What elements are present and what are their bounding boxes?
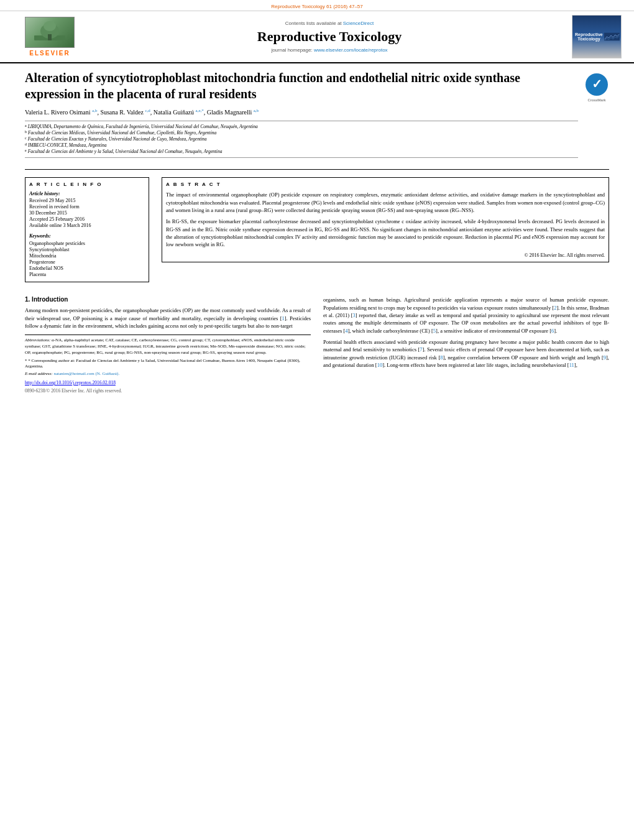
keyword-4: Progesterone bbox=[29, 259, 145, 265]
main-body: 1. Introduction Among modern non-persist… bbox=[25, 296, 609, 394]
abstract-copyright: © 2016 Elsevier Inc. All rights reserved… bbox=[166, 252, 605, 258]
footnotes-section: Abbreviations: α-NA, alpha-naphthyl acet… bbox=[25, 335, 311, 394]
affiliation-5: eFacultad de Ciencias del Ambiente y la … bbox=[25, 149, 578, 154]
abstract-column: A B S T R A C T The impact of environmen… bbox=[162, 177, 609, 288]
history-accepted: Accepted 25 February 2016 bbox=[29, 216, 145, 222]
doi-link[interactable]: http://dx.doi.org/10.1016/j.reprotox.201… bbox=[25, 380, 116, 385]
elsevier-logo: ELSEVIER bbox=[12, 17, 87, 57]
journal-header: ELSEVIER Contents lists available at Sci… bbox=[0, 11, 634, 63]
introduction-title: 1. Introduction bbox=[25, 296, 311, 303]
abstract-box: A B S T R A C T The impact of environmen… bbox=[162, 177, 609, 262]
svg-rect-3 bbox=[48, 34, 52, 40]
abbreviations-footnote: Abbreviations: α-NA, alpha-naphthyl acet… bbox=[25, 338, 311, 356]
keyword-2: Syncytiotrophoblast bbox=[29, 247, 145, 252]
author-4: Gladis Magnarelli a,b bbox=[207, 109, 259, 116]
journal-title: Reproductive Toxicology bbox=[87, 29, 572, 45]
keyword-6: Placenta bbox=[29, 272, 145, 277]
journal-cover-image: ReproductiveToxicology bbox=[572, 15, 622, 58]
article-title-section: Alteration of syncytiotrophoblast mitoch… bbox=[25, 70, 609, 170]
article-info-box: A R T I C L E I N F O Article history: R… bbox=[25, 177, 149, 282]
sciencedirect-link[interactable]: ScienceDirect bbox=[343, 21, 374, 26]
corresponding-footnote: * * Corresponding author at: Facultad de… bbox=[25, 358, 311, 371]
doi-line: http://dx.doi.org/10.1016/j.reprotox.201… bbox=[25, 380, 311, 387]
email-footnote: E-mail address: natanien@hotmail.com (N.… bbox=[25, 371, 311, 377]
info-abstract-section: A R T I C L E I N F O Article history: R… bbox=[25, 177, 609, 288]
intro-paragraph-right-2: Potential health effects associated with… bbox=[323, 338, 609, 369]
keyword-3: Mitochondria bbox=[29, 253, 145, 259]
article-title: Alteration of syncytiotrophoblast mitoch… bbox=[25, 70, 578, 102]
affiliation-4: dIMBECU-CONICET, Mendoza, Argentina bbox=[25, 142, 578, 148]
article-info-header: A R T I C L E I N F O bbox=[29, 182, 145, 187]
author-3: Natalia Guiñazú a,e,* bbox=[154, 109, 204, 116]
history-online: Available online 3 March 2016 bbox=[29, 223, 145, 228]
keywords-title: Keywords: bbox=[29, 233, 145, 239]
abstract-header: A B S T R A C T bbox=[166, 182, 605, 187]
contents-available-line: Contents lists available at ScienceDirec… bbox=[87, 21, 572, 26]
history-revised-date: 30 December 2015 bbox=[29, 210, 145, 216]
author-2: Susana R. Valdez c,d bbox=[100, 109, 150, 116]
elsevier-text-label: ELSEVIER bbox=[29, 50, 70, 57]
article-history: Article history: Received 29 May 2015 Re… bbox=[29, 191, 145, 228]
corresponding-label: * Corresponding author at: bbox=[28, 358, 75, 363]
history-title: Article history: bbox=[29, 191, 145, 196]
keyword-1: Organophosphate pesticides bbox=[29, 241, 145, 246]
article-info-column: A R T I C L E I N F O Article history: R… bbox=[25, 177, 149, 288]
elsevier-logo-image bbox=[25, 17, 75, 48]
email-label: E-mail address: bbox=[25, 371, 53, 376]
affiliation-2: bFacultad de Ciencias Médicas, Universid… bbox=[25, 130, 578, 136]
crossmark-icon: ✓ CrossMark bbox=[584, 72, 609, 97]
affiliation-3: cFacultad de Ciencias Exactas y Naturale… bbox=[25, 136, 578, 142]
page-wrapper: Reproductive Toxicology 61 (2016) 47–57 … bbox=[0, 0, 634, 413]
body-left-column: 1. Introduction Among modern non-persist… bbox=[25, 296, 311, 394]
abstract-paragraph-2: In RG-SS, the exposure biomarker placent… bbox=[166, 218, 605, 248]
journal-center-info: Contents lists available at ScienceDirec… bbox=[87, 21, 572, 53]
article-content: Alteration of syncytiotrophoblast mitoch… bbox=[0, 63, 634, 400]
email-link[interactable]: natanien@hotmail.com (N. Guiñazú). bbox=[53, 371, 119, 376]
authors-section: Valeria L. Rivero Osimani a,b, Susana R.… bbox=[25, 108, 578, 116]
body-text-left: Among modern non-persistent pesticides, … bbox=[25, 307, 311, 330]
body-text-right: organisms, such as human beings. Agricul… bbox=[323, 296, 609, 369]
intro-paragraph-right-1: organisms, such as human beings. Agricul… bbox=[323, 296, 609, 335]
homepage-line: journal homepage: www.elsevier.com/locat… bbox=[87, 47, 572, 53]
affiliations-section: aLIBIQUIMA, Departamento de Química, Fac… bbox=[25, 121, 578, 158]
keyword-5: Endothelial NOS bbox=[29, 265, 145, 271]
abbreviations-text: α-NA, alpha-naphthyl acetate; CAT, catal… bbox=[25, 338, 305, 355]
copyright-footer: 0890-6238/© 2016 Elsevier Inc. All right… bbox=[25, 388, 311, 395]
abstract-text: The impact of environmental organophosph… bbox=[166, 191, 605, 248]
svg-point-2 bbox=[44, 21, 56, 31]
journal-citation: Reproductive Toxicology 61 (2016) 47–57 bbox=[271, 4, 363, 9]
affiliation-1: aLIBIQUIMA, Departamento de Química, Fac… bbox=[25, 124, 578, 129]
svg-text:✓: ✓ bbox=[592, 77, 602, 91]
article-title-text: Alteration of syncytiotrophoblast mitoch… bbox=[25, 70, 578, 163]
abbreviations-label: Abbreviations: bbox=[25, 338, 50, 343]
authors-line: Valeria L. Rivero Osimani a,b, Susana R.… bbox=[25, 108, 578, 116]
keywords-section: Keywords: Organophosphate pesticides Syn… bbox=[29, 233, 145, 277]
abstract-paragraph-1: The impact of environmental organophosph… bbox=[166, 191, 605, 214]
author-1: Valeria L. Rivero Osimani a,b bbox=[25, 109, 97, 116]
history-received: Received 29 May 2015 bbox=[29, 198, 145, 203]
history-revised-label: Received in revised form bbox=[29, 204, 145, 210]
body-right-column: organisms, such as human beings. Agricul… bbox=[323, 296, 609, 394]
journal-banner: Reproductive Toxicology 61 (2016) 47–57 bbox=[0, 0, 634, 11]
intro-paragraph-1: Among modern non-persistent pesticides, … bbox=[25, 307, 311, 330]
journal-homepage-link[interactable]: www.elsevier.com/locate/reprotox bbox=[314, 47, 388, 53]
